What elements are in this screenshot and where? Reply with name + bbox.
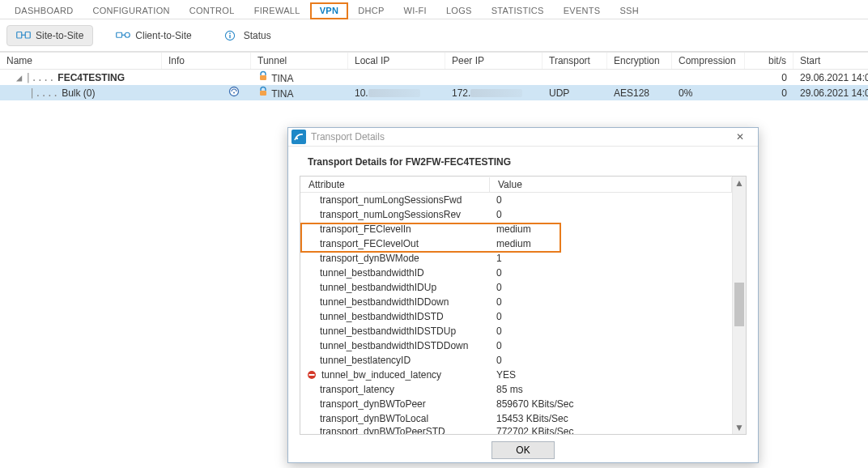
table-header: Name Info Tunnel Local IP Peer IP Transp… (0, 52, 868, 70)
scroll-up-button[interactable]: ▲ (733, 177, 746, 189)
cell-peer-ip: 172. (445, 87, 542, 100)
svg-point-4 (126, 32, 130, 37)
attribute-list: Attribute Value transport_numLongSession… (300, 177, 732, 434)
list-item[interactable]: transport_FEClevelInmedium (300, 222, 732, 236)
status-button[interactable]: Status (215, 25, 281, 46)
cell-bits: 0 (745, 87, 794, 100)
list-item[interactable]: tunnel_bestlatencyID0 (300, 353, 732, 368)
list-item[interactable]: tunnel_bestbandwidthIDSTDDown0 (300, 338, 732, 353)
tab-logs[interactable]: LOGS (436, 2, 482, 19)
status-label: Status (244, 30, 271, 41)
tab-dhcp[interactable]: DHCP (348, 2, 394, 19)
th-compression[interactable]: Compression (672, 53, 745, 69)
tab-dashboard[interactable]: DASHBOARD (5, 2, 83, 19)
attr-value: medium (490, 223, 732, 235)
app-icon (291, 130, 306, 144)
cell-info (162, 85, 251, 100)
th-transport[interactable]: Transport (542, 53, 607, 69)
svg-rect-12 (260, 91, 266, 96)
attr-name: transport_dynBWToPeer (300, 398, 490, 410)
list-item[interactable]: transport_dynBWMode1 (300, 251, 732, 266)
tab-wifi[interactable]: WI-FI (394, 2, 436, 19)
tab-ssh[interactable]: SSH (610, 2, 649, 19)
dialog-body: Transport Details for FW2FW-FEC4TESTING … (288, 147, 758, 468)
dialog-titlebar[interactable]: Transport Details ✕ (288, 128, 758, 147)
attr-name: transport_numLongSessionsFwd (300, 194, 490, 206)
attr-name: tunnel_bestbandwidthIDSTDDown (300, 340, 490, 351)
attr-name: tunnel_bestbandwidthIDSTD (300, 311, 490, 322)
cell-local-ip: 10. (348, 87, 445, 100)
site-to-site-button[interactable]: Site-to-Site (6, 25, 93, 46)
tab-firewall[interactable]: FIREWALL (245, 2, 310, 19)
th-encryption[interactable]: Encryption (607, 53, 672, 69)
scroll-down-button[interactable]: ▼ (733, 421, 746, 434)
th-local-ip[interactable]: Local IP (348, 53, 445, 69)
tab-configuration[interactable]: CONFIGURATION (83, 2, 179, 19)
cell-name: ◢ |.... FEC4TESTING (0, 71, 162, 84)
list-item[interactable]: tunnel_bestbandwidthIDSTD0 (300, 309, 732, 324)
list-item[interactable]: transport_latency85 ms (300, 382, 732, 397)
tab-events[interactable]: EVENTS (554, 2, 611, 19)
ok-button[interactable]: OK (491, 441, 555, 459)
th-start[interactable]: Start (794, 53, 868, 69)
client-to-site-button[interactable]: Client-to-Site (106, 25, 201, 46)
cell-compression (672, 77, 745, 79)
attr-value: 859670 KBits/Sec (490, 398, 732, 410)
vpn-status-icon (228, 86, 240, 97)
vpn-toolbar: Site-to-Site Client-to-Site Status (0, 19, 868, 52)
svg-rect-3 (117, 32, 122, 37)
svg-point-11 (233, 92, 235, 94)
attr-name: transport_FEClevelOut (300, 238, 490, 249)
list-item[interactable]: tunnel_bestbandwidthIDSTDUp0 (300, 324, 732, 338)
lh-attribute[interactable]: Attribute (300, 177, 490, 192)
dialog-footer: OK (300, 435, 747, 462)
attr-name: transport_latency (300, 384, 490, 395)
lh-value[interactable]: Value (490, 177, 732, 192)
stop-icon (307, 370, 317, 380)
redacted-ip (470, 89, 522, 97)
attr-name: tunnel_bestlatencyID (300, 355, 490, 366)
transport-details-dialog: Transport Details ✕ Transport Details fo… (287, 127, 759, 463)
attr-value: 85 ms (490, 384, 732, 395)
tab-vpn[interactable]: VPN (310, 2, 349, 19)
list-item[interactable]: tunnel_bestbandwidthIDDown0 (300, 295, 732, 309)
attr-value: 0 (490, 325, 732, 337)
list-item[interactable]: transport_dynBWToLocal15453 KBits/Sec (300, 411, 732, 426)
attr-value: 0 (490, 355, 732, 366)
list-item[interactable]: transport_FEClevelOutmedium (300, 236, 732, 251)
table-row[interactable]: |.... Bulk (0) TINA 10. 172. U (0, 85, 868, 100)
attr-value: 0 (490, 209, 732, 220)
tree-branch-icon: |.... (25, 72, 54, 83)
svg-point-7 (229, 32, 231, 34)
tree-expander-icon[interactable]: ◢ (16, 72, 22, 83)
th-tunnel[interactable]: Tunnel (251, 53, 348, 69)
vpn-table: Name Info Tunnel Local IP Peer IP Transp… (0, 52, 868, 100)
scroll-thumb[interactable] (734, 283, 744, 326)
th-bits[interactable]: bit/s (745, 53, 794, 69)
attr-name: tunnel_bestbandwidthID (300, 267, 490, 279)
peer-ip-prefix: 172. (452, 87, 470, 99)
list-item[interactable]: transport_dynBWToPeer859670 KBits/Sec (300, 397, 732, 411)
th-info[interactable]: Info (162, 53, 251, 69)
scroll-track[interactable] (734, 189, 744, 421)
site-to-site-icon (16, 30, 31, 41)
close-button[interactable]: ✕ (727, 128, 753, 146)
top-tabs: DASHBOARD CONFIGURATION CONTROL FIREWALL… (0, 0, 868, 19)
table-row[interactable]: ◢ |.... FEC4TESTING TINA 0 29.06.2021 14… (0, 70, 868, 85)
info-icon (224, 30, 239, 41)
svg-rect-15 (309, 374, 315, 376)
list-item[interactable]: tunnel_bestbandwidthIDUp0 (300, 280, 732, 295)
list-item[interactable]: tunnel_bestbandwidthID0 (300, 266, 732, 280)
tab-statistics[interactable]: STATISTICS (482, 2, 554, 19)
list-item[interactable]: transport_numLongSessionsFwd0 (300, 193, 732, 207)
th-peer-ip[interactable]: Peer IP (445, 53, 542, 69)
list-item[interactable]: transport_numLongSessionsRev0 (300, 207, 732, 222)
th-name[interactable]: Name (0, 53, 162, 69)
cell-start: 29.06.2021 14:02:50 (794, 71, 868, 84)
cell-tunnel: TINA (251, 85, 348, 100)
list-item[interactable]: transport_dynBWToPeerSTD772702 KBits/Sec (300, 426, 732, 434)
list-item[interactable]: tunnel_bw_induced_latencyYES (300, 368, 732, 382)
tab-control[interactable]: CONTROL (180, 2, 245, 19)
attr-value: 772702 KBits/Sec (490, 426, 732, 434)
scrollbar[interactable]: ▲ ▼ (732, 177, 746, 434)
